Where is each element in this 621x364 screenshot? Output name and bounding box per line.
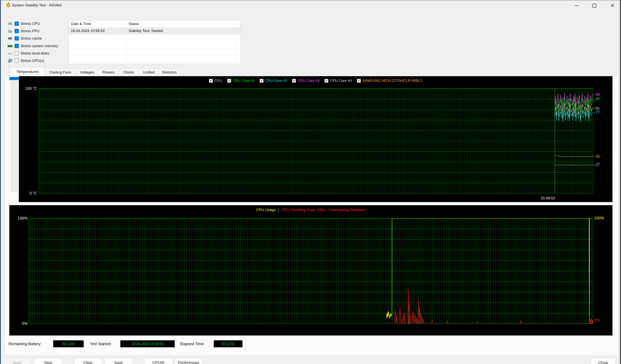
minimize-button[interactable] — [571, 2, 583, 9]
maximize-button[interactable] — [588, 2, 600, 9]
stress-fpu-checkbox[interactable]: ✓ — [15, 29, 19, 33]
tab-statistics[interactable]: Statistics — [159, 68, 180, 76]
close-button[interactable]: Close — [591, 358, 616, 364]
window-border-right — [620, 0, 621, 364]
stress-cache-row: ✓ Stress cache — [7, 36, 42, 41]
temp-current-value-35: 35 — [593, 154, 600, 159]
stress-cache-checkbox[interactable]: ✓ — [15, 36, 19, 41]
log-row-status: Stability Test: Started — [126, 27, 163, 34]
temp-current-value-77: 77 — [593, 110, 600, 115]
tab-unified[interactable]: Unified — [139, 68, 159, 76]
legend-core2-checkbox[interactable]: ✓ — [260, 79, 263, 83]
stress-cpu-checkbox[interactable]: ✓ — [15, 21, 19, 26]
minimize-icon — [575, 5, 579, 6]
stress-disks-row: ✓ Stress local disks — [7, 51, 49, 56]
maximize-icon — [592, 4, 596, 8]
test-started-label: Test Started: — [90, 340, 112, 347]
log-table-header: Date & Time Status — [69, 20, 241, 28]
temp-current-value-90: 90 — [593, 96, 600, 101]
clear-button[interactable]: Clear — [74, 358, 102, 364]
temp-current-value-81: 81 — [593, 106, 600, 111]
stop-button[interactable]: Stop — [34, 358, 62, 364]
tab-temperatures[interactable]: Temperatures — [10, 67, 45, 76]
log-col-date-time[interactable]: Date & Time — [69, 20, 91, 27]
stress-gpu-row: ✓ Stress GPU(s) — [7, 58, 44, 63]
tab-powers[interactable]: Powers — [98, 68, 119, 76]
stress-gpu-label: Stress GPU(s) — [21, 59, 44, 63]
elapsed-time-value: 00:12:51 — [214, 340, 242, 347]
temperature-traces — [39, 89, 593, 193]
stress-disks-checkbox[interactable]: ✓ — [15, 51, 19, 55]
temperature-legend: ✓ CPU ✓ CPU Core #1 ✓ CPU Core #2 ✓ CPU … — [19, 79, 612, 83]
stress-fpu-row: 123 ✓ Stress FPU — [7, 29, 39, 33]
tab-cooling-fans[interactable]: Cooling Fans — [45, 68, 76, 76]
close-window-button[interactable]: ✕ — [607, 2, 618, 9]
log-row-selected[interactable]: 18.04.2024 15:58:52 Stability Test: Star… — [69, 27, 241, 34]
usage-axis-max-label: 100% — [11, 216, 28, 221]
preferences-button[interactable]: Preferences — [175, 358, 203, 364]
fpu-chip-icon: 123 — [7, 29, 13, 33]
elapsed-time-label: Elapsed Time: — [180, 340, 205, 347]
memory-module-icon — [7, 44, 13, 48]
legend-core3-checkbox[interactable]: ✓ — [292, 79, 296, 83]
test-started-value: 18.04.2024 15:58:52 — [120, 340, 175, 347]
legend-cpu-checkbox[interactable]: ✓ — [209, 79, 213, 83]
legend-core4-checkbox[interactable]: ✓ — [325, 79, 328, 83]
log-row-empty — [69, 34, 241, 42]
legend-ssd-checkbox[interactable]: ✓ — [357, 79, 361, 83]
status-log-table: Date & Time Status 18.04.2024 15:58:52 S… — [68, 20, 241, 64]
stress-disks-label: Stress local disks — [21, 51, 49, 55]
cpu-chip-icon — [7, 21, 13, 26]
cache-chip-icon — [7, 36, 13, 41]
legend-item-samsung-ssd: ✓ SAMSUNG MZVL21T0HCLR-00BL2 — [357, 79, 422, 83]
cpu-usage-chart-panel: CPU Usage | CPU Throttling (max: 33%) - … — [9, 205, 612, 335]
usage-chart-title: CPU Usage | CPU Throttling (max: 33%) - … — [9, 208, 612, 212]
tab-clocks[interactable]: Clocks — [119, 68, 139, 76]
stress-cpu-row: ✓ Stress CPU — [7, 21, 40, 26]
save-button[interactable]: Save — [105, 358, 132, 364]
stress-memory-row: ✓ Stress system memory — [7, 44, 58, 48]
log-row-empty — [69, 48, 241, 55]
usage-current-value-100%: 100% — [594, 216, 604, 220]
usage-title-cpu-usage: CPU Usage — [256, 208, 276, 212]
stress-memory-checkbox[interactable]: ✓ — [15, 44, 19, 48]
disk-drive-icon — [7, 51, 13, 55]
usage-title-throttling-warning: CPU Throttling (max: 33%) - Overheating … — [281, 208, 365, 212]
stress-gpu-checkbox[interactable]: ✓ — [15, 59, 19, 63]
legend-item-cpu-core1: ✓ CPU Core #1 — [227, 79, 255, 83]
stress-cpu-label: Stress CPU — [21, 21, 40, 26]
temp-axis-max-label: 100 °C — [22, 86, 37, 91]
window-border-left-inner — [0, 0, 1, 364]
window-title: System Stability Test - AIDA64 — [12, 3, 62, 7]
chart-scrollbar-track[interactable] — [11, 80, 17, 192]
legend-item-cpu: ✓ CPU — [209, 79, 222, 83]
legend-core1-checkbox[interactable]: ✓ — [227, 79, 231, 83]
chart-scrollbar-thumb[interactable] — [9, 77, 19, 80]
log-row-empty — [69, 55, 241, 63]
temp-current-value-27: 27 — [593, 162, 600, 167]
temperature-chart-panel: ✓ CPU ✓ CPU Core #1 ✓ CPU Core #2 ✓ CPU … — [19, 76, 612, 202]
svg-text:123: 123 — [8, 29, 11, 31]
usage-axis-min-label: 0% — [11, 321, 28, 326]
remaining-battery-label: Remaining Battery: — [9, 340, 42, 347]
stress-fpu-label: Stress FPU — [21, 29, 39, 33]
close-icon: ✕ — [610, 3, 614, 8]
log-row-empty — [69, 41, 241, 48]
legend-item-cpu-core3: ✓ CPU Core #3 — [292, 79, 320, 83]
tab-voltages[interactable]: Voltages — [76, 68, 98, 76]
legend-item-cpu-core2: ✓ CPU Core #2 — [260, 79, 287, 83]
gpu-icon — [7, 59, 13, 63]
cpuid-button[interactable]: CPUID — [144, 358, 172, 364]
title-bar: System Stability Test - AIDA64 ✕ — [1, 0, 620, 10]
start-button[interactable]: Start — [3, 358, 32, 364]
usage-current-value-2%: 2% — [594, 318, 600, 322]
test-start-time-label: 15:58:52 — [533, 196, 563, 200]
temp-axis-min-label: 0 °C — [22, 191, 37, 195]
usage-title-separator: | — [278, 208, 279, 212]
stress-cache-label: Stress cache — [21, 36, 42, 41]
log-col-status[interactable]: Status — [126, 20, 139, 27]
temp-current-value-94: 94 — [593, 92, 600, 97]
aida64-flame-icon — [6, 2, 11, 9]
usage-traces — [29, 218, 593, 324]
stress-memory-label: Stress system memory — [21, 44, 58, 48]
